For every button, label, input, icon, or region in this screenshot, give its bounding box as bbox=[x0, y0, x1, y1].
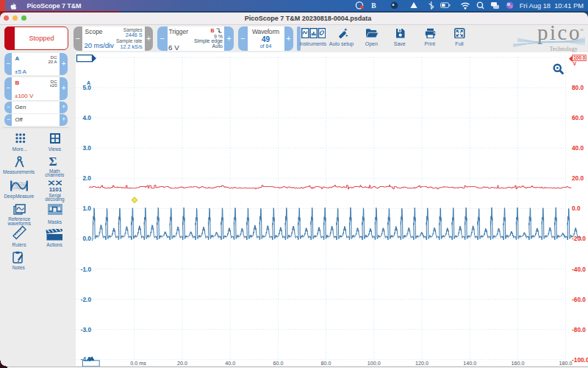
svg-text:V: V bbox=[573, 61, 576, 66]
svg-text:1.0: 1.0 bbox=[82, 205, 91, 212]
svg-text:B: B bbox=[371, 2, 376, 10]
svg-text:0.0: 0.0 bbox=[82, 235, 91, 242]
svg-text:40.0: 40.0 bbox=[225, 360, 235, 367]
svg-text:160.0: 160.0 bbox=[511, 360, 524, 367]
svg-text:60.0: 60.0 bbox=[572, 114, 584, 121]
svg-text:0.0: 0.0 bbox=[572, 205, 581, 212]
svg-text:-80.0: -80.0 bbox=[572, 325, 586, 333]
svg-text:120.0: 120.0 bbox=[415, 360, 429, 367]
svg-text:100.0: 100.0 bbox=[573, 54, 585, 60]
svg-text:5.0: 5.0 bbox=[82, 84, 91, 91]
svg-text:2.0: 2.0 bbox=[82, 174, 91, 182]
svg-text:180.0: 180.0 bbox=[559, 360, 573, 367]
svg-text:80.0: 80.0 bbox=[321, 360, 331, 367]
svg-text:3.0: 3.0 bbox=[82, 144, 91, 152]
svg-text:20.0: 20.0 bbox=[177, 360, 187, 367]
svg-text:40.0: 40.0 bbox=[572, 144, 584, 152]
svg-text:20.0: 20.0 bbox=[572, 174, 584, 182]
svg-text:100.0: 100.0 bbox=[368, 360, 381, 367]
svg-text:-4.0: -4.0 bbox=[81, 355, 92, 363]
svg-text:-1.0: -1.0 bbox=[81, 265, 92, 272]
svg-text:-2.0: -2.0 bbox=[81, 295, 92, 302]
svg-text:-3.0: -3.0 bbox=[81, 325, 92, 333]
svg-text:4.0: 4.0 bbox=[82, 114, 91, 121]
svg-text:-20.0: -20.0 bbox=[572, 235, 586, 242]
svg-text:140.0: 140.0 bbox=[463, 360, 476, 367]
svg-text:-100.0: -100.0 bbox=[572, 355, 588, 363]
svg-text:-40.0: -40.0 bbox=[572, 265, 586, 272]
svg-text:1101: 1101 bbox=[49, 185, 62, 191]
svg-text:-60.0: -60.0 bbox=[572, 295, 586, 302]
svg-text:80.0: 80.0 bbox=[572, 84, 584, 91]
svg-text:60.0: 60.0 bbox=[273, 360, 283, 367]
svg-text:0.0 ms: 0.0 ms bbox=[130, 360, 146, 367]
